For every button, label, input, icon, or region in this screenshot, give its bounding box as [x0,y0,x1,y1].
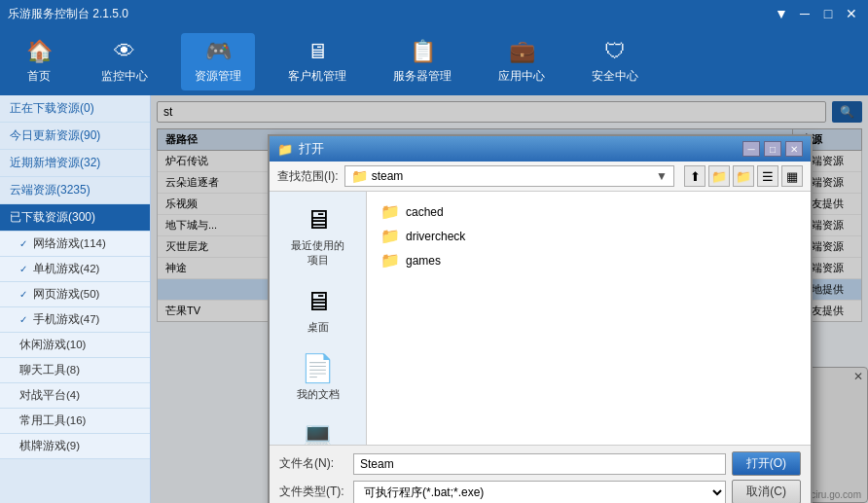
sidebar-item-tools[interactable]: 常用工具(16) [0,409,150,434]
sidebar-downloading-label: 正在下载资源(0) [10,100,94,117]
sidebar-recent-label: 近期新增资源(32) [10,155,100,171]
sidebar: 正在下载资源(0) 今日更新资源(90) 近期新增资源(32) 云端资源(323… [0,95,151,503]
file-name-games: games [406,254,441,268]
file-item-cached[interactable]: 📁 cached [375,199,803,224]
delete-btn[interactable]: 📁 [733,165,754,187]
dialog-title: 打开 [299,140,324,158]
check-icon: ✓ [19,314,27,325]
sidebar-casual-label: 休闲游戏(10) [19,338,86,352]
dialog-maximize-btn[interactable]: □ [764,141,781,157]
sidebar-item-battle[interactable]: 对战平台(4) [0,383,150,409]
sidebar-item-single[interactable]: ✓ 单机游戏(42) [0,257,150,282]
sidebar-single-label: 单机游戏(42) [33,262,99,276]
sidebar-webpage-label: 网页游戏(50) [33,287,99,302]
sidebar-item-network[interactable]: ✓ 网络游戏(114) [0,232,150,257]
folder-select[interactable]: 📁 steam ▼ [344,165,674,187]
filetype-select[interactable]: 可执行程序(*.bat;*.exe) [353,481,726,504]
sidebar-item-downloaded[interactable]: 已下载资源(300) [0,204,150,232]
filetype-label: 文件类型(T): [279,484,347,500]
dialog-title-bar: 📁 打开 ─ □ ✕ [270,136,811,162]
sidebar-item-recent[interactable]: 近期新增资源(32) [0,150,150,177]
grid-view-btn[interactable]: ▦ [781,165,803,187]
left-panel-desktop[interactable]: 🖥 桌面 [279,281,357,339]
sidebar-item-chat[interactable]: 聊天工具(8) [0,358,150,383]
filename-input[interactable] [353,453,726,475]
security-icon: 🛡 [604,39,626,64]
server-icon: 📋 [410,39,436,64]
home-icon: 🏠 [26,39,53,64]
cancel-btn-group: 取消(C) [732,480,801,503]
sidebar-tools-label: 常用工具(16) [19,413,86,428]
app-icon: 💼 [509,39,535,64]
desktop-icon: 🖥 [305,285,332,317]
dialog-footer: 文件名(N): 打开(O) 文件类型(T): 可执行程序(*.bat;*.exe… [270,445,811,503]
sidebar-chat-label: 聊天工具(8) [19,363,80,377]
dialog-title-content: 📁 打开 [277,140,324,158]
file-name-drivercheck: drivercheck [406,230,465,243]
sidebar-item-mobile[interactable]: ✓ 手机游戏(47) [0,307,150,333]
recent-icon: 🖥 [305,203,332,235]
dialog-minimize-btn[interactable]: ─ [742,141,760,157]
dialog-close-btn[interactable]: ✕ [785,141,803,157]
sidebar-item-webpage[interactable]: ✓ 网页游戏(50) [0,282,150,307]
recent-label: 最近使用的 项目 [291,238,344,268]
sidebar-downloaded-label: 已下载资源(300) [10,209,95,226]
sidebar-item-chess[interactable]: 棋牌游戏(9) [0,434,150,459]
list-view-btn[interactable]: ☰ [757,165,778,187]
left-panel-computer[interactable]: 💻 计算机 [279,415,357,445]
check-icon: ✓ [19,289,27,300]
app-title: 乐游服务控制台 2.1.5.0 [8,6,128,22]
sidebar-item-casual[interactable]: 休闲游戏(10) [0,333,150,358]
nav-server[interactable]: 📋 服务器管理 [380,33,465,90]
sidebar-chess-label: 棋牌游戏(9) [19,439,80,453]
check-icon: ✓ [19,238,27,249]
resource-icon: 🎮 [205,39,232,64]
open-file-dialog: 📁 打开 ─ □ ✕ 查找范围(I): 📁 [268,134,813,503]
dialog-folder-icon: 📁 [277,142,293,157]
documents-label: 我的文档 [297,387,340,402]
open-button[interactable]: 打开(O) [732,451,801,476]
location-label: 查找范围(I): [277,168,339,185]
back-btn[interactable]: ⬆ [684,165,705,187]
left-panel-documents[interactable]: 📄 我的文档 [279,348,357,406]
nav-home-label: 首页 [27,68,51,85]
main-area: 正在下载资源(0) 今日更新资源(90) 近期新增资源(32) 云端资源(323… [0,95,868,503]
nav-client-label: 客户机管理 [288,68,346,85]
maximize-btn[interactable]: □ [819,5,837,22]
sidebar-today-label: 今日更新资源(90) [10,127,100,144]
sidebar-item-cloud[interactable]: 云端资源(3235) [0,177,150,204]
title-controls: ▼ ─ □ ✕ [773,5,860,22]
folder-icon: 📁 [380,251,400,269]
current-folder: steam [372,169,404,183]
left-panel-recent[interactable]: 🖥 最近使用的 项目 [279,199,357,271]
cancel-button[interactable]: 取消(C) [732,480,801,503]
sidebar-item-today[interactable]: 今日更新资源(90) [0,123,150,150]
file-list: 📁 cached 📁 drivercheck 📁 games [367,192,811,445]
file-name-cached: cached [406,205,444,219]
file-item-games[interactable]: 📁 games [375,248,803,272]
filename-label: 文件名(N): [279,455,347,472]
nav-security[interactable]: 🛡 安全中心 [578,33,652,90]
tray-icon[interactable]: ▼ [773,5,790,22]
nav-home[interactable]: 🏠 首页 [10,33,68,90]
sidebar-battle-label: 对战平台(4) [19,388,80,403]
close-btn[interactable]: ✕ [843,5,860,22]
minimize-btn[interactable]: ─ [796,5,814,22]
sidebar-cloud-label: 云端资源(3235) [10,182,90,198]
nav-monitor[interactable]: 👁 监控中心 [88,33,162,90]
sidebar-item-downloading[interactable]: 正在下载资源(0) [0,95,150,123]
filetype-row: 文件类型(T): 可执行程序(*.bat;*.exe) 取消(C) [279,480,801,503]
dialog-title-buttons: ─ □ ✕ [742,141,803,157]
dropdown-arrow: ▼ [656,169,668,183]
nav-client[interactable]: 🖥 客户机管理 [274,33,360,90]
toolbar-icons: ⬆ 📁 📁 ☰ ▦ [684,165,803,187]
client-icon: 🖥 [307,39,328,64]
dialog-toolbar: 查找范围(I): 📁 steam ▼ ⬆ 📁 📁 ☰ ▦ [270,162,811,192]
sidebar-network-label: 网络游戏(114) [33,236,106,251]
nav-app[interactable]: 💼 应用中心 [485,33,559,90]
computer-icon: 💻 [301,419,335,445]
file-item-drivercheck[interactable]: 📁 drivercheck [375,224,803,248]
folder-icon: 📁 [380,227,400,245]
new-folder-btn[interactable]: 📁 [708,165,730,187]
nav-resource[interactable]: 🎮 资源管理 [181,33,255,90]
